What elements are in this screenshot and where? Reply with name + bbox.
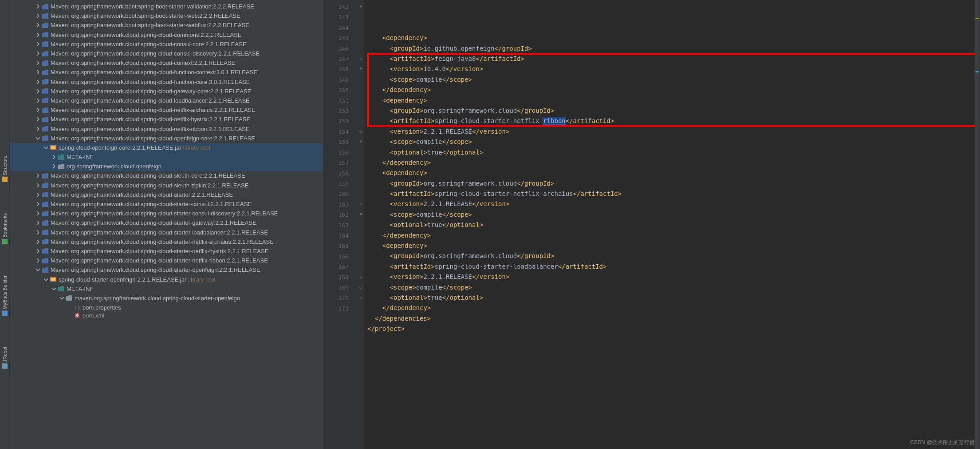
code-line[interactable]: </dependencies> xyxy=(367,314,980,324)
tree-node[interactable]: Maven: org.springframework.cloud:spring-… xyxy=(10,96,323,105)
chevron-right-icon[interactable] xyxy=(35,41,41,47)
tree-node[interactable]: Maven: org.springframework.cloud:spring-… xyxy=(10,124,323,133)
chevron-none-icon[interactable] xyxy=(67,312,73,318)
tree-node[interactable]: Maven: org.springframework.cloud:spring-… xyxy=(10,58,323,68)
chevron-down-icon[interactable] xyxy=(43,276,49,282)
code-area[interactable]: <dependency> <groupId>io.github.openfeig… xyxy=(364,0,980,449)
code-line[interactable] xyxy=(367,334,980,345)
code-line[interactable]: <groupId>org.springframework.cloud</grou… xyxy=(367,106,980,116)
code-line[interactable]: </dependency> xyxy=(367,158,980,168)
tree-node[interactable]: Maven: org.springframework.cloud:spring-… xyxy=(10,171,323,180)
chevron-right-icon[interactable] xyxy=(35,51,41,57)
chevron-right-icon[interactable] xyxy=(35,191,41,198)
chevron-right-icon[interactable] xyxy=(35,22,41,28)
tree-node[interactable]: org.springframework.cloud.openfeign xyxy=(10,162,323,171)
tree-node[interactable]: Maven: org.springframework.cloud:spring-… xyxy=(10,237,323,246)
tree-node[interactable]: META-INF xyxy=(10,152,323,162)
tree-node[interactable]: Maven: org.springframework.cloud:spring-… xyxy=(10,246,323,256)
code-line[interactable]: </project> xyxy=(367,324,980,334)
code-line[interactable]: <groupId>org.springframework.cloud</grou… xyxy=(367,251,980,261)
chevron-right-icon[interactable] xyxy=(35,211,41,217)
chevron-right-icon[interactable] xyxy=(35,248,41,254)
chevron-right-icon[interactable] xyxy=(35,258,41,264)
chevron-right-icon[interactable] xyxy=(35,88,41,94)
code-line[interactable]: <optional>true</optional> xyxy=(367,147,980,158)
chevron-right-icon[interactable] xyxy=(35,173,41,179)
fold-handle-icon[interactable] xyxy=(358,210,364,220)
tree-node[interactable]: Maven: org.springframework.cloud:spring-… xyxy=(10,105,323,115)
chevron-right-icon[interactable] xyxy=(35,126,41,132)
tree-node[interactable]: Maven: org.springframework.cloud:spring-… xyxy=(10,228,323,237)
tree-node[interactable]: Maven: org.springframework.boot:spring-b… xyxy=(10,11,323,20)
code-line[interactable]: <version>2.2.1.RELEASE</version> xyxy=(367,127,980,137)
tree-node[interactable]: Maven: org.springframework.cloud:spring-… xyxy=(10,199,323,209)
code-line[interactable]: <version>2.2.1.RELEASE</version> xyxy=(367,199,980,209)
chevron-down-icon[interactable] xyxy=(35,267,41,273)
tree-node[interactable]: Maven: org.springframework.cloud:spring-… xyxy=(10,68,323,77)
chevron-down-icon[interactable] xyxy=(35,135,41,141)
project-tree[interactable]: Maven: org.springframework.boot:spring-b… xyxy=(10,0,323,449)
code-line[interactable]: </dependency> xyxy=(367,85,980,95)
tree-node[interactable]: META-INF xyxy=(10,284,323,294)
editor-scrollbar[interactable] xyxy=(975,0,980,449)
chevron-right-icon[interactable] xyxy=(35,229,41,235)
chevron-right-icon[interactable] xyxy=(35,107,41,113)
tree-node[interactable]: Maven: org.springframework.cloud:spring-… xyxy=(10,218,323,227)
code-line[interactable]: <optional>true</optional> xyxy=(367,293,980,303)
code-line[interactable]: <artifactId>spring-cloud-starter-netflix… xyxy=(367,116,980,126)
code-line[interactable]: <dependency> xyxy=(367,95,980,106)
code-line[interactable]: <scope>compile</scope> xyxy=(367,210,980,220)
chevron-right-icon[interactable] xyxy=(35,116,41,123)
chevron-right-icon[interactable] xyxy=(51,154,57,160)
chevron-right-icon[interactable] xyxy=(35,201,41,207)
chevron-down-icon[interactable] xyxy=(51,286,57,292)
tree-node[interactable]: Maven: org.springframework.cloud:spring-… xyxy=(10,134,323,143)
code-line[interactable]: <version>10.4.0</version> xyxy=(367,64,980,74)
code-line[interactable]: <groupId>io.github.openfeign</groupId> xyxy=(367,44,980,54)
tree-node[interactable]: Maven: org.springframework.cloud:spring-… xyxy=(10,77,323,87)
tool-bookmarks[interactable]: Bookmarks xyxy=(2,213,8,244)
code-line[interactable]: </dependency> xyxy=(367,303,980,313)
chevron-none-icon[interactable] xyxy=(67,305,73,311)
tree-node[interactable]: Maven: org.springframework.cloud:spring-… xyxy=(10,115,323,124)
chevron-right-icon[interactable] xyxy=(35,238,41,245)
chevron-right-icon[interactable] xyxy=(35,79,41,85)
code-line[interactable]: <dependency> xyxy=(367,241,980,251)
chevron-right-icon[interactable] xyxy=(35,182,41,188)
tree-node[interactable]: Maven: org.springframework.cloud:spring-… xyxy=(10,40,323,49)
chevron-right-icon[interactable] xyxy=(35,220,41,226)
tree-node[interactable]: Maven: org.springframework.cloud:spring-… xyxy=(10,256,323,265)
code-line[interactable]: <version>2.2.1.RELEASE</version> xyxy=(367,272,980,282)
code-line[interactable]: <groupId>org.springframework.cloud</grou… xyxy=(367,179,980,189)
code-line[interactable]: <dependency> xyxy=(367,33,980,43)
tool-structure[interactable]: Structure xyxy=(2,155,8,182)
chevron-right-icon[interactable] xyxy=(35,60,41,66)
tree-node[interactable]: maven.org.springframework.cloud.spring-c… xyxy=(10,294,323,303)
tree-node[interactable]: pom.xml xyxy=(10,312,323,318)
tree-node[interactable]: Maven: org.springframework.boot:spring-b… xyxy=(10,2,323,11)
tree-node[interactable]: {}pom.properties xyxy=(10,303,323,312)
fold-handle-icon[interactable] xyxy=(358,64,364,74)
tree-node[interactable]: Maven: org.springframework.cloud:spring-… xyxy=(10,265,323,274)
tool-jrebel[interactable]: JRebel xyxy=(2,347,8,369)
chevron-down-icon[interactable] xyxy=(43,144,49,151)
code-line[interactable]: <dependency> xyxy=(367,168,980,178)
code-line[interactable]: <artifactId>spring-cloud-starter-loadbal… xyxy=(367,262,980,272)
tree-node[interactable]: spring-cloud-openfeign-core-2.2.1.RELEAS… xyxy=(10,143,323,152)
chevron-right-icon[interactable] xyxy=(35,13,41,19)
code-line[interactable]: <scope>compile</scope> xyxy=(367,282,980,293)
tree-node[interactable]: Maven: org.springframework.cloud:spring-… xyxy=(10,181,323,190)
tree-node[interactable]: Maven: org.springframework.cloud:spring-… xyxy=(10,30,323,40)
chevron-right-icon[interactable] xyxy=(35,69,41,75)
code-line[interactable]: </dependency> xyxy=(367,230,980,241)
chevron-right-icon[interactable] xyxy=(51,163,57,170)
code-line[interactable]: <artifactId>spring-cloud-starter-netflix… xyxy=(367,189,980,199)
tree-node[interactable]: Maven: org.springframework.cloud:spring-… xyxy=(10,49,323,58)
code-line[interactable]: <scope>compile</scope> xyxy=(367,137,980,147)
tree-node[interactable]: Maven: org.springframework.boot:spring-b… xyxy=(10,20,323,30)
chevron-down-icon[interactable] xyxy=(59,295,65,301)
code-line[interactable]: <scope>compile</scope> xyxy=(367,75,980,85)
fold-handle-icon[interactable] xyxy=(358,137,364,147)
tool-mybatis[interactable]: MyBatis Builder xyxy=(2,275,8,316)
tree-node[interactable]: Maven: org.springframework.cloud:spring-… xyxy=(10,87,323,96)
